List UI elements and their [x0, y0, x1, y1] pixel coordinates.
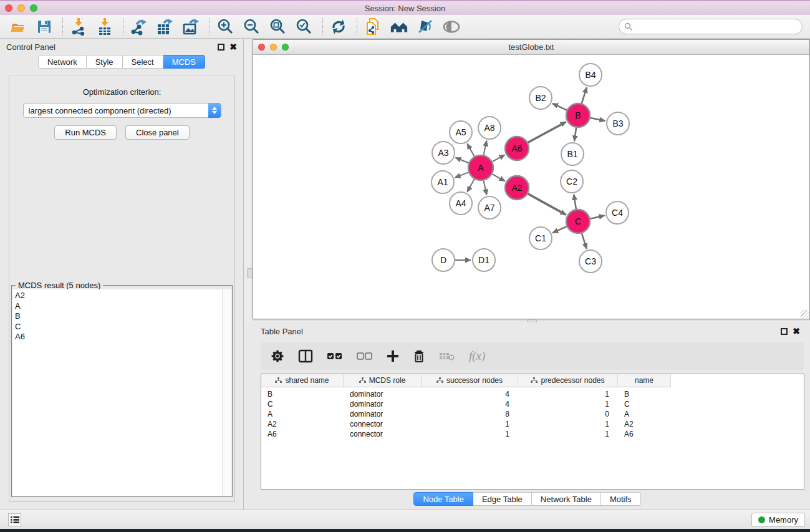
mcds-result-list[interactable]: A2ABCA6 [12, 289, 222, 496]
cell-successor-nodes[interactable]: 4 [422, 400, 518, 409]
criterion-dropdown[interactable]: largest connected component (directed) [23, 103, 221, 118]
cell-MCDS-role[interactable]: connector [344, 420, 422, 428]
column-header-MCDS-role[interactable]: MCDS role [344, 374, 422, 387]
graph-edge-A-A1[interactable] [455, 172, 469, 177]
mcds-result-item[interactable]: A [15, 301, 222, 312]
graph-edge-B-B4[interactable] [582, 87, 587, 104]
tab-style[interactable]: Style [87, 55, 123, 69]
refresh-layout-icon[interactable] [329, 17, 348, 36]
cell-predecessor-nodes[interactable]: 1 [518, 390, 618, 399]
zoom-in-icon[interactable] [216, 17, 235, 36]
first-neighbors-icon[interactable] [390, 17, 408, 36]
table-row[interactable]: A2connector11A2 [261, 419, 804, 429]
cell-shared-name[interactable]: A [261, 410, 344, 418]
mcds-result-item[interactable]: B [15, 311, 222, 322]
tab-network-table[interactable]: Network Table [532, 492, 601, 506]
import-network-icon[interactable] [69, 17, 88, 36]
cell-successor-nodes[interactable]: 4 [422, 390, 518, 399]
cell-shared-name[interactable]: B [261, 390, 344, 399]
graph-edge-B-B1[interactable] [574, 128, 576, 141]
mcds-result-item[interactable]: C [15, 322, 222, 332]
graph-edge-A-A7[interactable] [483, 181, 486, 195]
float-panel-icon[interactable] [218, 44, 224, 51]
close-panel-icon[interactable]: ✖ [229, 44, 237, 51]
window-resize-grip[interactable] [801, 310, 809, 318]
cell-shared-name[interactable]: A2 [261, 420, 344, 428]
export-image-icon[interactable] [182, 17, 201, 36]
graph-edge-C-C1[interactable] [552, 226, 567, 233]
graph-edge-A2-C[interactable] [528, 194, 566, 215]
search-input[interactable] [637, 22, 802, 31]
network-canvas[interactable]: B4B2BB3A8A5A6A3B1AC2A1A2A4A7C4CC1C3DD1 [253, 55, 809, 319]
cell-name[interactable]: C [618, 400, 671, 409]
graph-edge-B-B2[interactable] [552, 104, 567, 110]
tab-mcds[interactable]: MCDS [163, 55, 205, 69]
tab-edge-table[interactable]: Edge Table [473, 492, 532, 506]
cell-MCDS-role[interactable]: connector [344, 430, 422, 438]
cell-successor-nodes[interactable]: 8 [422, 410, 518, 418]
graph-edge-C-C3[interactable] [582, 233, 587, 249]
cell-predecessor-nodes[interactable]: 0 [518, 410, 618, 418]
graph-edge-C-C4[interactable] [591, 216, 605, 219]
cell-name[interactable]: B [618, 390, 671, 399]
hide-selected-icon[interactable] [416, 17, 435, 36]
column-header-shared-name[interactable]: shared name [261, 374, 344, 387]
float-table-panel-icon[interactable] [781, 328, 788, 335]
task-history-button[interactable] [8, 513, 21, 526]
close-panel-button[interactable]: Close panel [125, 125, 190, 140]
column-header-predecessor-nodes[interactable]: predecessor nodes [518, 374, 618, 387]
cell-shared-name[interactable]: C [261, 400, 344, 409]
column-header-name[interactable]: name [618, 374, 671, 387]
table-row[interactable]: Adominator80A [261, 409, 804, 419]
table-settings-gear-icon[interactable] [271, 347, 284, 365]
cell-predecessor-nodes[interactable]: 1 [518, 420, 618, 428]
run-mcds-button[interactable]: Run MCDS [54, 125, 117, 140]
vertical-split-handle[interactable] [247, 268, 253, 278]
cell-MCDS-role[interactable]: dominator [344, 400, 422, 409]
search-field[interactable] [619, 19, 803, 34]
export-network-icon[interactable] [130, 17, 148, 36]
tab-motifs[interactable]: Motifs [601, 492, 641, 506]
import-table-icon[interactable] [95, 17, 114, 36]
table-row[interactable]: Bdominator41B [261, 389, 804, 399]
export-table-icon[interactable] [156, 17, 175, 36]
save-session-icon[interactable] [35, 17, 54, 36]
graph-edge-A-A2[interactable] [492, 174, 504, 181]
cell-shared-name[interactable]: A6 [261, 430, 344, 438]
cell-name[interactable]: A6 [618, 430, 671, 438]
mcds-result-scrollbar[interactable] [222, 289, 231, 496]
close-table-panel-icon[interactable]: ✖ [793, 328, 800, 335]
cell-predecessor-nodes[interactable]: 1 [518, 430, 618, 438]
table-row[interactable]: A6connector11A6 [261, 429, 804, 439]
zoom-selected-icon[interactable] [295, 17, 314, 36]
graph-edge-A6-B[interactable] [528, 122, 566, 142]
graph-edge-A-A4[interactable] [467, 179, 474, 191]
tab-select[interactable]: Select [123, 55, 163, 69]
mcds-result-item[interactable]: A6 [15, 332, 222, 342]
memory-button[interactable]: Memory [751, 513, 805, 527]
show-columns-icon[interactable] [298, 347, 313, 365]
cell-successor-nodes[interactable]: 1 [422, 430, 518, 438]
table-row[interactable]: Cdominator41C [261, 399, 804, 409]
graph-edge-B-B3[interactable] [591, 118, 605, 121]
tab-network[interactable]: Network [38, 55, 87, 69]
create-column-icon[interactable] [387, 347, 399, 365]
duplicate-network-icon[interactable] [364, 17, 382, 36]
network-graph[interactable]: B4B2BB3A8A5A6A3B1AC2A1A2A4A7C4CC1C3DD1 [253, 55, 809, 319]
node-table[interactable]: shared nameMCDS rolesuccessor nodesprede… [261, 374, 804, 490]
cell-predecessor-nodes[interactable]: 1 [518, 400, 618, 409]
deselect-all-columns-icon[interactable] [357, 347, 373, 365]
select-all-columns-icon[interactable] [327, 347, 343, 365]
open-file-icon[interactable] [9, 17, 27, 36]
graph-edge-C-C2[interactable] [574, 195, 576, 209]
cell-name[interactable]: A2 [618, 420, 671, 428]
graph-edge-A-A3[interactable] [455, 158, 468, 163]
graph-edge-A-A6[interactable] [493, 155, 505, 162]
zoom-fit-icon[interactable] [269, 17, 287, 36]
graph-edge-A-A8[interactable] [483, 141, 486, 155]
show-graphics-details-icon[interactable] [442, 17, 461, 36]
tab-node-table[interactable]: Node Table [413, 492, 473, 506]
cell-successor-nodes[interactable]: 1 [422, 420, 518, 428]
network-window-titlebar[interactable]: testGlobe.txt [253, 40, 809, 55]
delete-column-icon[interactable] [413, 347, 425, 365]
